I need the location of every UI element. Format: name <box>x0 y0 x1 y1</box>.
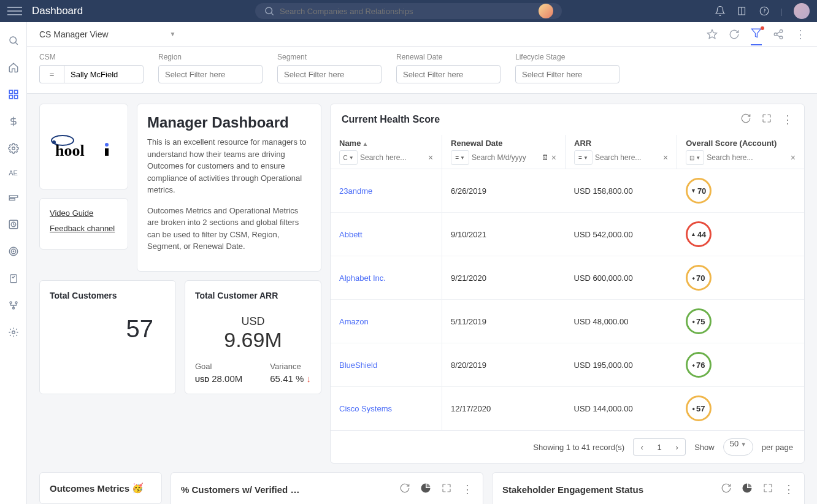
emoji-icon: 🥳 <box>132 483 144 494</box>
page-size-select[interactable]: 50 ▼ <box>723 438 753 456</box>
more-icon[interactable]: ⋮ <box>462 483 473 496</box>
org-icon[interactable] <box>7 299 20 311</box>
refresh-icon[interactable] <box>721 483 732 494</box>
target-icon[interactable] <box>7 245 20 258</box>
company-link[interactable]: 23andme <box>339 186 372 196</box>
sidebar: AE <box>0 22 27 504</box>
expand-icon[interactable] <box>762 483 773 494</box>
more-icon[interactable]: ⋮ <box>783 483 794 496</box>
star-icon[interactable] <box>707 29 718 40</box>
company-link[interactable]: BlueShield <box>339 361 377 370</box>
gear-icon[interactable] <box>7 142 20 155</box>
dollar-icon[interactable] <box>7 115 20 128</box>
ae-icon[interactable]: AE <box>9 169 18 177</box>
feedback-link[interactable]: Feedback channel <box>50 224 118 233</box>
filter-csm-label: CSM <box>39 53 144 61</box>
clock-icon[interactable] <box>7 218 20 231</box>
svg-point-16 <box>13 251 14 252</box>
stakeholder-chart: Stakeholder Engagement Status ⋮ <box>492 472 805 504</box>
filter-csm-value[interactable] <box>64 65 144 83</box>
clear-icon[interactable]: × <box>663 153 668 162</box>
clipboard-icon[interactable] <box>7 272 20 284</box>
refresh-icon[interactable] <box>729 29 740 40</box>
col-name[interactable]: Name <box>339 139 361 148</box>
score-filter-input[interactable] <box>707 150 788 165</box>
renewal-date: 8/20/2019 <box>442 343 566 387</box>
help-icon[interactable] <box>759 6 770 17</box>
pie-icon[interactable] <box>742 483 753 494</box>
filter-lifecycle[interactable] <box>515 65 619 83</box>
next-page[interactable]: › <box>669 438 686 456</box>
clear-icon[interactable]: × <box>551 153 556 162</box>
svg-rect-7 <box>9 96 12 99</box>
expand-icon[interactable] <box>441 483 452 494</box>
user-avatar[interactable] <box>794 3 810 19</box>
col-arr[interactable]: ARR <box>574 139 591 148</box>
more-icon[interactable]: ⋮ <box>782 113 793 126</box>
clear-icon[interactable]: × <box>791 153 796 162</box>
arrow-down-icon: ↓ <box>307 373 312 384</box>
more-icon[interactable]: ⋮ <box>795 28 805 41</box>
company-link[interactable]: Alphabet Inc. <box>339 273 386 283</box>
svg-text:hool: hool <box>55 142 85 159</box>
company-link[interactable]: Amazon <box>339 317 369 326</box>
filter-icon[interactable] <box>751 28 762 45</box>
search-icon <box>264 6 275 17</box>
hamburger-menu[interactable] <box>7 4 22 18</box>
svg-line-1 <box>271 13 273 15</box>
name-filter-op[interactable]: C ▼ <box>339 150 358 165</box>
svg-rect-8 <box>14 96 17 99</box>
search-input[interactable] <box>280 7 539 16</box>
home-icon[interactable] <box>7 61 20 74</box>
refresh-icon[interactable] <box>740 113 751 124</box>
svg-point-26 <box>780 36 783 39</box>
variance-value: 65.41 % ↓ <box>270 373 311 384</box>
dashboard-icon[interactable] <box>7 88 20 101</box>
table-row: Abbett9/10/2021USD 542,000.00▲ 44 <box>331 213 804 256</box>
pie-icon[interactable] <box>420 483 431 494</box>
clear-icon[interactable]: × <box>428 153 433 162</box>
timeline-icon[interactable] <box>7 191 20 204</box>
hooli-logo: hool <box>50 131 118 162</box>
prev-page[interactable]: ‹ <box>633 438 650 456</box>
filter-segment[interactable] <box>277 65 382 83</box>
settings-icon[interactable] <box>7 326 20 338</box>
video-guide-link[interactable]: Video Guide <box>50 208 118 218</box>
filter-csm-op[interactable]: = <box>39 65 64 83</box>
health-title: Current Health Score <box>342 114 440 125</box>
filter-renewal[interactable] <box>396 65 501 83</box>
score-filter-op[interactable]: ⊡ ▼ <box>686 150 704 165</box>
view-selector[interactable]: CS Manager View ▼ <box>39 29 175 39</box>
per-page-label: per page <box>762 443 793 452</box>
score-ring: ⬥ 57 <box>686 395 712 421</box>
top-bar: Dashboard | <box>0 0 817 22</box>
global-search[interactable] <box>255 3 562 19</box>
calendar-icon[interactable]: 🗓 <box>542 153 549 162</box>
bell-icon[interactable] <box>715 6 726 17</box>
company-link[interactable]: Abbett <box>339 230 362 239</box>
expand-icon[interactable] <box>761 113 772 124</box>
arr-filter-op[interactable]: = ▼ <box>574 150 593 165</box>
book-icon[interactable] <box>737 6 748 17</box>
name-filter-input[interactable] <box>360 150 426 165</box>
refresh-icon[interactable] <box>399 483 410 494</box>
filters-row: CSM = Region Segment Renewal Date Lifecy… <box>27 47 817 94</box>
filter-region-label: Region <box>158 53 263 61</box>
filter-region[interactable] <box>158 65 263 83</box>
col-renewal[interactable]: Renewal Date <box>451 139 503 148</box>
date-filter-op[interactable]: = ▼ <box>451 150 469 165</box>
company-link[interactable]: Cisco Systems <box>339 404 392 413</box>
arr-filter-input[interactable] <box>595 150 661 165</box>
svg-marker-22 <box>708 29 717 38</box>
svg-line-27 <box>777 31 780 33</box>
col-score[interactable]: Overall Score (Account) <box>686 139 777 148</box>
goal-value: USD28.00M <box>195 373 242 384</box>
chart-title-1: % Customers w/ Verified O... <box>181 484 304 495</box>
sidebar-search-icon[interactable] <box>7 34 20 47</box>
view-selector-label: CS Manager View <box>39 29 109 39</box>
share-icon[interactable] <box>773 29 784 40</box>
renewal-date: 6/26/2019 <box>442 169 566 213</box>
date-filter-input[interactable] <box>472 150 539 165</box>
svg-point-32 <box>105 143 109 147</box>
goal-label: Goal <box>195 362 242 371</box>
